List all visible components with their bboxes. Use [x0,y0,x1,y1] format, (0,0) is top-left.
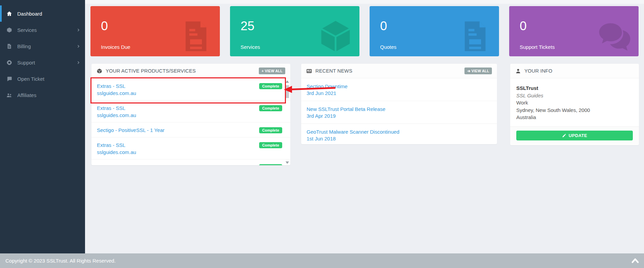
stat-card-services[interactable]: 25 Services [230,6,359,56]
stat-value: 0 [380,20,387,32]
invoice-icon [178,18,214,55]
life-ring-icon [6,59,13,66]
users-icon [6,92,13,98]
top-strip [85,0,644,4]
news-item[interactable]: Sectigo Downtime 3rd Jun 2021 [301,78,497,101]
product-row[interactable]: Extras - SSL sslguides.com.au Complete [91,78,290,100]
client-address-line1: Work [516,99,633,107]
cube-icon [97,68,102,74]
plus-icon: + [262,69,264,73]
product-domain-link[interactable]: sslguides.com.au [97,149,256,156]
news-view-all-button[interactable]: ➔ VIEW ALL [464,68,492,74]
product-row[interactable]: Extras - SSL sslguides.com.au Complete [91,137,290,159]
status-badge: Complete [259,83,282,89]
arrow-right-icon: ➔ [467,69,471,73]
product-link[interactable]: Extras - SSL [97,104,256,112]
news-date[interactable]: 3rd Jun 2021 [307,90,492,97]
update-details-button[interactable]: UPDATE [516,131,633,140]
sidebar-item-label: Support [17,60,35,65]
panel-title: YOUR ACTIVE PRODUCTS/SERVICES [106,68,196,74]
stat-card-quotes[interactable]: 0 Quotes [370,6,499,56]
product-link[interactable]: Sectigo - PositiveSSL - 1 Year [97,127,256,134]
newspaper-icon [306,68,312,74]
client-country: Australia [516,114,633,121]
stat-value: 25 [241,20,254,32]
products-scrollbar[interactable] [285,80,289,164]
stat-card-invoices-due[interactable]: 0 Invoices Due [90,6,220,56]
scroll-to-top-button[interactable] [629,256,639,265]
news-item[interactable]: New SSLTrust Portal Beta Release 3rd Apr… [301,101,497,123]
sidebar: Dashboard Services Billing Support [0,0,85,253]
product-row[interactable]: Extras - SSL sslguides.com.au Complete [91,100,290,122]
chevron-right-icon [77,43,80,49]
status-badge: Complete [259,105,282,111]
products-view-all-button[interactable]: + VIEW ALL [259,68,285,74]
client-address-line2: Sydney, New South Wales, 2000 [516,107,633,114]
pencil-icon [562,133,566,138]
home-icon [6,10,13,17]
chevron-right-icon [77,27,80,33]
chevron-up-icon [631,257,639,264]
news-link[interactable]: GeoTrust Malware Scanner Discontinued [307,129,492,135]
product-link[interactable]: Extras - SSL [97,82,256,90]
chevron-right-icon [77,60,80,65]
status-badge: Complete [259,127,282,133]
panel-heading: YOUR INFO [510,64,639,78]
panel-title: YOUR INFO [524,68,552,74]
stat-value: 0 [520,20,527,32]
sidebar-item-label: Services [17,27,37,33]
active-products-panel: YOUR ACTIVE PRODUCTS/SERVICES + VIEW ALL… [91,64,290,165]
view-all-label: VIEW ALL [265,69,283,73]
footer: Copyright © 2023 SSLTrust. All Rights Re… [0,253,644,268]
sidebar-item-label: Dashboard [17,11,42,17]
news-link[interactable]: Sectigo Downtime [307,83,492,90]
user-icon [515,68,521,74]
panel-heading: YOUR ACTIVE PRODUCTS/SERVICES + VIEW ALL [91,64,290,78]
stat-label: Support Tickets [520,44,555,50]
stat-label: Services [241,44,260,50]
client-name: SSLTrust [516,84,633,92]
copyright-text: Copyright © 2023 SSLTrust. All Rights Re… [5,258,116,264]
sidebar-item-dashboard[interactable]: Dashboard [0,5,85,22]
scrollbar-down-arrow[interactable] [286,161,289,164]
client-company: SSL Guides [516,92,633,99]
dashboard-page: Dashboard Services Billing Support [0,0,644,268]
stat-label: Invoices Due [101,44,130,50]
comment-icon [6,75,13,82]
scrollbar-thumb[interactable] [285,85,289,98]
product-row[interactable]: Extras - SSL Complete [91,159,290,165]
status-badge: Complete [259,142,282,148]
invoice-icon [6,43,13,50]
news-link[interactable]: New SSLTrust Portal Beta Release [307,106,492,113]
update-label: UPDATE [569,133,587,138]
recent-news-panel: RECENT NEWS ➔ VIEW ALL Sectigo Downtime … [301,64,497,144]
news-list: Sectigo Downtime 3rd Jun 2021 New SSLTru… [301,78,497,144]
invoice-icon [457,18,493,55]
news-item[interactable]: GeoTrust Malware Scanner Discontinued 1s… [301,123,497,144]
sidebar-item-affiliates[interactable]: Affiliates [0,87,85,103]
scrollbar-up-arrow[interactable] [286,80,289,83]
stat-value: 0 [101,20,108,32]
client-info: SSLTrust SSL Guides Work Sydney, New Sou… [510,78,639,127]
news-date[interactable]: 1st Jun 2018 [307,135,492,142]
stat-label: Quotes [380,44,396,50]
view-all-label: VIEW ALL [472,69,489,73]
product-row[interactable]: Sectigo - PositiveSSL - 1 Year Complete [91,122,290,137]
sidebar-item-support[interactable]: Support [0,54,85,71]
stat-card-support-tickets[interactable]: 0 Support Tickets [509,6,639,56]
sidebar-item-label: Open Ticket [17,76,44,82]
panel-heading: RECENT NEWS ➔ VIEW ALL [301,64,497,78]
product-link[interactable]: Extras - SSL [97,141,256,149]
product-link[interactable]: Extras - SSL [97,164,256,165]
sidebar-item-label: Affiliates [17,92,36,98]
your-info-panel: YOUR INFO SSLTrust SSL Guides Work Sydne… [510,64,639,145]
panel-title: RECENT NEWS [315,68,352,74]
product-domain-link[interactable]: sslguides.com.au [97,90,256,97]
sidebar-item-billing[interactable]: Billing [0,38,85,54]
product-domain-link[interactable]: sslguides.com.au [97,112,256,119]
sidebar-item-services[interactable]: Services [0,22,85,38]
sidebar-item-open-ticket[interactable]: Open Ticket [0,71,85,87]
news-date[interactable]: 3rd Apr 2019 [307,113,492,119]
info-footer: UPDATE [510,127,639,145]
cube-icon [318,18,353,55]
